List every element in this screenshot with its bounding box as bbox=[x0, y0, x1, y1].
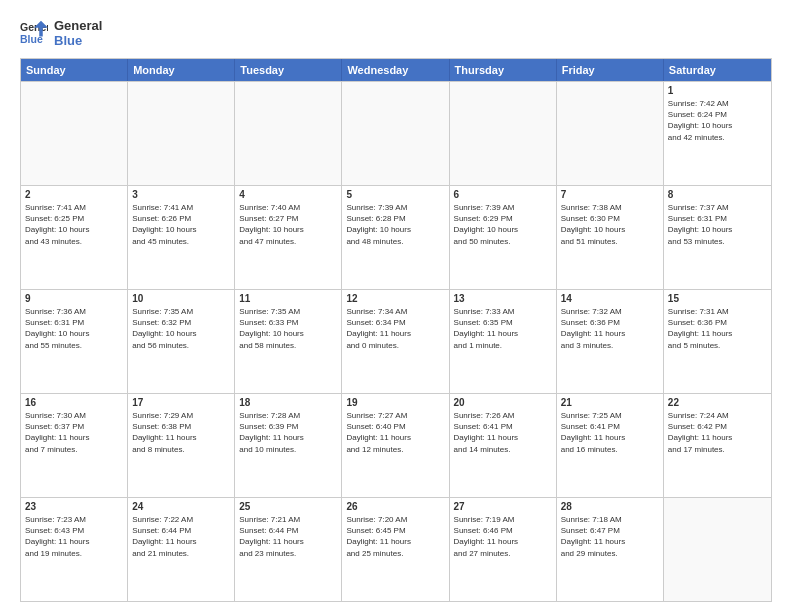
day-number: 20 bbox=[454, 397, 552, 408]
day-number: 10 bbox=[132, 293, 230, 304]
calendar-cell bbox=[450, 82, 557, 185]
day-number: 1 bbox=[668, 85, 767, 96]
calendar-cell: 17Sunrise: 7:29 AM Sunset: 6:38 PM Dayli… bbox=[128, 394, 235, 497]
calendar-cell bbox=[21, 82, 128, 185]
day-number: 28 bbox=[561, 501, 659, 512]
calendar-cell bbox=[128, 82, 235, 185]
calendar-header-cell: Monday bbox=[128, 59, 235, 81]
calendar-cell: 14Sunrise: 7:32 AM Sunset: 6:36 PM Dayli… bbox=[557, 290, 664, 393]
calendar-cell bbox=[342, 82, 449, 185]
calendar-row: 1Sunrise: 7:42 AM Sunset: 6:24 PM Daylig… bbox=[21, 81, 771, 185]
calendar-header-cell: Thursday bbox=[450, 59, 557, 81]
day-number: 19 bbox=[346, 397, 444, 408]
calendar: SundayMondayTuesdayWednesdayThursdayFrid… bbox=[20, 58, 772, 602]
cell-info: Sunrise: 7:39 AM Sunset: 6:29 PM Dayligh… bbox=[454, 202, 552, 247]
cell-info: Sunrise: 7:39 AM Sunset: 6:28 PM Dayligh… bbox=[346, 202, 444, 247]
cell-info: Sunrise: 7:41 AM Sunset: 6:25 PM Dayligh… bbox=[25, 202, 123, 247]
calendar-cell: 9Sunrise: 7:36 AM Sunset: 6:31 PM Daylig… bbox=[21, 290, 128, 393]
calendar-row: 23Sunrise: 7:23 AM Sunset: 6:43 PM Dayli… bbox=[21, 497, 771, 601]
day-number: 9 bbox=[25, 293, 123, 304]
calendar-cell: 1Sunrise: 7:42 AM Sunset: 6:24 PM Daylig… bbox=[664, 82, 771, 185]
cell-info: Sunrise: 7:24 AM Sunset: 6:42 PM Dayligh… bbox=[668, 410, 767, 455]
cell-info: Sunrise: 7:18 AM Sunset: 6:47 PM Dayligh… bbox=[561, 514, 659, 559]
calendar-cell: 25Sunrise: 7:21 AM Sunset: 6:44 PM Dayli… bbox=[235, 498, 342, 601]
logo-general-text: General bbox=[54, 18, 102, 33]
cell-info: Sunrise: 7:29 AM Sunset: 6:38 PM Dayligh… bbox=[132, 410, 230, 455]
day-number: 7 bbox=[561, 189, 659, 200]
day-number: 22 bbox=[668, 397, 767, 408]
calendar-header-cell: Tuesday bbox=[235, 59, 342, 81]
day-number: 8 bbox=[668, 189, 767, 200]
calendar-cell: 20Sunrise: 7:26 AM Sunset: 6:41 PM Dayli… bbox=[450, 394, 557, 497]
cell-info: Sunrise: 7:30 AM Sunset: 6:37 PM Dayligh… bbox=[25, 410, 123, 455]
logo: General Blue General Blue bbox=[20, 18, 102, 48]
cell-info: Sunrise: 7:31 AM Sunset: 6:36 PM Dayligh… bbox=[668, 306, 767, 351]
day-number: 16 bbox=[25, 397, 123, 408]
calendar-header-cell: Saturday bbox=[664, 59, 771, 81]
cell-info: Sunrise: 7:32 AM Sunset: 6:36 PM Dayligh… bbox=[561, 306, 659, 351]
calendar-cell: 15Sunrise: 7:31 AM Sunset: 6:36 PM Dayli… bbox=[664, 290, 771, 393]
calendar-cell: 16Sunrise: 7:30 AM Sunset: 6:37 PM Dayli… bbox=[21, 394, 128, 497]
calendar-cell: 23Sunrise: 7:23 AM Sunset: 6:43 PM Dayli… bbox=[21, 498, 128, 601]
day-number: 2 bbox=[25, 189, 123, 200]
calendar-cell: 6Sunrise: 7:39 AM Sunset: 6:29 PM Daylig… bbox=[450, 186, 557, 289]
calendar-cell: 22Sunrise: 7:24 AM Sunset: 6:42 PM Dayli… bbox=[664, 394, 771, 497]
cell-info: Sunrise: 7:35 AM Sunset: 6:33 PM Dayligh… bbox=[239, 306, 337, 351]
cell-info: Sunrise: 7:19 AM Sunset: 6:46 PM Dayligh… bbox=[454, 514, 552, 559]
cell-info: Sunrise: 7:41 AM Sunset: 6:26 PM Dayligh… bbox=[132, 202, 230, 247]
calendar-cell: 10Sunrise: 7:35 AM Sunset: 6:32 PM Dayli… bbox=[128, 290, 235, 393]
calendar-header-cell: Friday bbox=[557, 59, 664, 81]
cell-info: Sunrise: 7:36 AM Sunset: 6:31 PM Dayligh… bbox=[25, 306, 123, 351]
calendar-cell: 19Sunrise: 7:27 AM Sunset: 6:40 PM Dayli… bbox=[342, 394, 449, 497]
day-number: 14 bbox=[561, 293, 659, 304]
calendar-row: 16Sunrise: 7:30 AM Sunset: 6:37 PM Dayli… bbox=[21, 393, 771, 497]
calendar-cell: 4Sunrise: 7:40 AM Sunset: 6:27 PM Daylig… bbox=[235, 186, 342, 289]
calendar-cell bbox=[557, 82, 664, 185]
cell-info: Sunrise: 7:34 AM Sunset: 6:34 PM Dayligh… bbox=[346, 306, 444, 351]
day-number: 3 bbox=[132, 189, 230, 200]
day-number: 13 bbox=[454, 293, 552, 304]
calendar-cell: 18Sunrise: 7:28 AM Sunset: 6:39 PM Dayli… bbox=[235, 394, 342, 497]
cell-info: Sunrise: 7:20 AM Sunset: 6:45 PM Dayligh… bbox=[346, 514, 444, 559]
cell-info: Sunrise: 7:42 AM Sunset: 6:24 PM Dayligh… bbox=[668, 98, 767, 143]
calendar-header-row: SundayMondayTuesdayWednesdayThursdayFrid… bbox=[21, 59, 771, 81]
cell-info: Sunrise: 7:28 AM Sunset: 6:39 PM Dayligh… bbox=[239, 410, 337, 455]
calendar-cell bbox=[235, 82, 342, 185]
cell-info: Sunrise: 7:35 AM Sunset: 6:32 PM Dayligh… bbox=[132, 306, 230, 351]
calendar-cell: 26Sunrise: 7:20 AM Sunset: 6:45 PM Dayli… bbox=[342, 498, 449, 601]
calendar-cell: 11Sunrise: 7:35 AM Sunset: 6:33 PM Dayli… bbox=[235, 290, 342, 393]
day-number: 27 bbox=[454, 501, 552, 512]
calendar-cell: 27Sunrise: 7:19 AM Sunset: 6:46 PM Dayli… bbox=[450, 498, 557, 601]
cell-info: Sunrise: 7:22 AM Sunset: 6:44 PM Dayligh… bbox=[132, 514, 230, 559]
day-number: 12 bbox=[346, 293, 444, 304]
calendar-cell: 21Sunrise: 7:25 AM Sunset: 6:41 PM Dayli… bbox=[557, 394, 664, 497]
page: General Blue General Blue SundayMondayTu… bbox=[0, 0, 792, 612]
calendar-row: 9Sunrise: 7:36 AM Sunset: 6:31 PM Daylig… bbox=[21, 289, 771, 393]
cell-info: Sunrise: 7:33 AM Sunset: 6:35 PM Dayligh… bbox=[454, 306, 552, 351]
header: General Blue General Blue bbox=[20, 18, 772, 48]
day-number: 4 bbox=[239, 189, 337, 200]
cell-info: Sunrise: 7:25 AM Sunset: 6:41 PM Dayligh… bbox=[561, 410, 659, 455]
day-number: 26 bbox=[346, 501, 444, 512]
day-number: 15 bbox=[668, 293, 767, 304]
cell-info: Sunrise: 7:40 AM Sunset: 6:27 PM Dayligh… bbox=[239, 202, 337, 247]
day-number: 23 bbox=[25, 501, 123, 512]
calendar-cell: 7Sunrise: 7:38 AM Sunset: 6:30 PM Daylig… bbox=[557, 186, 664, 289]
day-number: 17 bbox=[132, 397, 230, 408]
calendar-cell: 28Sunrise: 7:18 AM Sunset: 6:47 PM Dayli… bbox=[557, 498, 664, 601]
day-number: 24 bbox=[132, 501, 230, 512]
logo-icon: General Blue bbox=[20, 19, 48, 47]
calendar-cell: 13Sunrise: 7:33 AM Sunset: 6:35 PM Dayli… bbox=[450, 290, 557, 393]
cell-info: Sunrise: 7:21 AM Sunset: 6:44 PM Dayligh… bbox=[239, 514, 337, 559]
logo-blue-text: Blue bbox=[54, 33, 102, 48]
cell-info: Sunrise: 7:27 AM Sunset: 6:40 PM Dayligh… bbox=[346, 410, 444, 455]
calendar-header-cell: Wednesday bbox=[342, 59, 449, 81]
day-number: 18 bbox=[239, 397, 337, 408]
day-number: 25 bbox=[239, 501, 337, 512]
calendar-cell: 8Sunrise: 7:37 AM Sunset: 6:31 PM Daylig… bbox=[664, 186, 771, 289]
calendar-cell: 5Sunrise: 7:39 AM Sunset: 6:28 PM Daylig… bbox=[342, 186, 449, 289]
day-number: 6 bbox=[454, 189, 552, 200]
cell-info: Sunrise: 7:37 AM Sunset: 6:31 PM Dayligh… bbox=[668, 202, 767, 247]
cell-info: Sunrise: 7:23 AM Sunset: 6:43 PM Dayligh… bbox=[25, 514, 123, 559]
day-number: 5 bbox=[346, 189, 444, 200]
